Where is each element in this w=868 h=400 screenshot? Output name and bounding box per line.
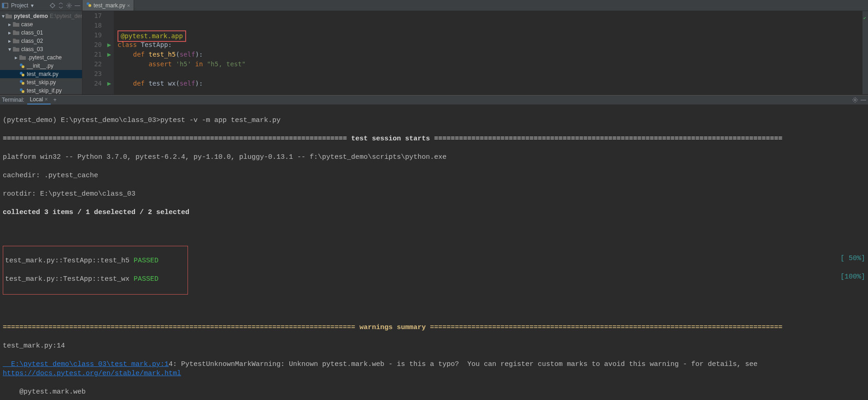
terminal-tab-local[interactable]: Local × (27, 95, 51, 104)
tree-folder[interactable]: ▸class_02 (0, 37, 82, 45)
line-number: 18 (82, 21, 102, 30)
tree-item-label: class_02 (21, 38, 43, 44)
code-content[interactable]: @pytest.mark.appclass TestApp: def test_… (114, 11, 246, 94)
line-number: 17 (82, 11, 102, 21)
code-line[interactable] (117, 11, 246, 21)
python-file-icon (19, 88, 25, 93)
run-icon[interactable]: ▶ (105, 79, 114, 88)
code-line[interactable] (117, 69, 246, 79)
expand-all-icon[interactable] (58, 3, 64, 8)
line-number: 21 (82, 50, 102, 59)
editor-error-stripe: ✔ (862, 11, 868, 94)
test-result-name: test_mark.py::TestApp::test_h5 (5, 257, 134, 265)
line-number: 24 (82, 79, 102, 88)
blank-icon (14, 88, 18, 93)
svg-point-11 (22, 74, 24, 76)
tree-folder[interactable]: ▸class_01 (0, 29, 82, 37)
platform-info: platform win32 -- Python 3.7.0, pytest-6… (3, 153, 865, 162)
code-line[interactable]: @pytest.mark.app (117, 30, 246, 40)
locate-icon[interactable] (50, 3, 55, 8)
terminal-header: Terminal: Local × + — (0, 95, 868, 105)
gear-icon[interactable] (852, 97, 858, 103)
test-progress: [ 50%] (840, 255, 865, 262)
chevron-down-icon: ▾ (2, 14, 5, 18)
blank-icon (105, 30, 114, 40)
project-tree: ▾ pytest_demo E:\pytest_dem ▸case▸class_… (0, 11, 82, 94)
run-icon[interactable]: ▶ (105, 50, 114, 59)
project-sidebar-header: Project ▾ — (0, 0, 82, 11)
chevron-right-icon: ▸ (7, 39, 12, 43)
close-icon[interactable]: × (127, 3, 130, 8)
terminal-prompt: (pytest_demo) E:\pytest_demo\class_03> (3, 116, 160, 124)
blank-icon (105, 21, 114, 30)
tree-file[interactable]: test_mark.py (0, 70, 82, 78)
tree-item-label: class_01 (21, 29, 43, 36)
code-area[interactable]: 1718192021222324 ▶▶▶ @pytest.mark.appcla… (82, 11, 868, 94)
tree-item-label: .pytest_cache (28, 54, 62, 61)
ok-check-icon: ✔ (863, 13, 866, 23)
python-file-icon (19, 63, 25, 69)
code-line[interactable]: assert 'h5' in "h5, test" (117, 59, 246, 69)
code-line[interactable] (117, 21, 246, 30)
svg-point-18 (854, 99, 856, 101)
terminal-output[interactable]: (pytest_demo) E:\pytest_demo\class_03>py… (0, 105, 868, 400)
add-tab-icon[interactable]: + (53, 97, 57, 103)
tree-file[interactable]: test_skip_if.py (0, 87, 82, 94)
tree-root-name: pytest_demo (14, 13, 48, 19)
tree-item-label: case (21, 21, 33, 28)
svg-rect-1 (2, 3, 4, 8)
run-icon[interactable]: ▶ (105, 40, 114, 50)
line-number: 23 (82, 69, 102, 79)
tree-item-label: test_skip_if.py (27, 87, 62, 94)
warning-doc-link[interactable]: https://docs.pytest.org/en/stable/mark.h… (3, 370, 181, 377)
chevron-right-icon: ▸ (7, 30, 12, 35)
line-number: 19 (82, 30, 102, 40)
blank-icon (14, 80, 18, 85)
folder-icon (19, 55, 26, 60)
folder-icon (13, 38, 19, 44)
warning-location: test_mark.py:14 (3, 342, 865, 351)
chevron-right-icon: ▸ (14, 55, 18, 60)
project-view-icon[interactable] (2, 2, 8, 9)
tree-root[interactable]: ▾ pytest_demo E:\pytest_dem (0, 12, 82, 20)
blank-icon (14, 64, 18, 68)
test-result-status: PASSED (134, 275, 158, 283)
session-starts-label: test session starts (351, 135, 430, 143)
line-number: 20 (82, 40, 102, 50)
gear-icon[interactable] (66, 3, 72, 8)
collected-info: collected 3 items / 1 deselected / 2 sel… (3, 208, 865, 217)
code-line[interactable]: def test_h5(self): (117, 50, 246, 59)
python-file-icon (19, 71, 25, 77)
blank-icon (14, 72, 18, 76)
tree-file[interactable]: __init__.py (0, 62, 82, 70)
python-file-icon (19, 80, 25, 85)
folder-icon (13, 46, 19, 52)
warning-file-link[interactable]: E:\pytest_demo\class_03\test_mark.py:1 (3, 360, 169, 368)
chevron-down-icon: ▾ (7, 47, 12, 52)
test-result-status: PASSED (134, 257, 158, 265)
result-highlight-box: test_mark.py::TestApp::test_h5 PASSED te… (3, 246, 188, 295)
warnings-divider-right: ========================================… (426, 324, 782, 331)
hide-icon[interactable]: — (75, 2, 80, 9)
tree-folder[interactable]: ▸case (0, 20, 82, 29)
tree-file[interactable]: test_skip.py (0, 78, 82, 87)
svg-point-17 (88, 4, 91, 7)
dropdown-arrow-icon[interactable]: ▾ (31, 2, 34, 9)
warnings-divider-left: ========================================… (3, 324, 359, 331)
blank-icon (105, 11, 114, 21)
tree-folder[interactable]: ▾class_03 (0, 45, 82, 53)
test-progress: [100%] (840, 273, 865, 281)
session-divider-right: ========================================… (430, 135, 782, 143)
hide-icon[interactable]: — (861, 97, 866, 103)
editor-tab-file[interactable]: test_mark.py × (82, 0, 134, 11)
svg-point-9 (22, 65, 24, 68)
close-icon[interactable]: × (45, 96, 48, 103)
warning-message: 4: PytestUnknownMarkWarning: Unknown pyt… (169, 360, 762, 368)
session-divider-left: ========================================… (3, 135, 351, 143)
warnings-title: warnings summary (359, 324, 426, 331)
cachedir-info: cachedir: .pytest_cache (3, 171, 865, 180)
tree-folder[interactable]: ▸.pytest_cache (0, 53, 82, 62)
svg-point-2 (51, 4, 54, 7)
project-sidebar: Project ▾ — ▾ pytest_demo E:\pytest_dem … (0, 0, 82, 94)
code-line[interactable]: def test wx(self): (117, 79, 246, 88)
